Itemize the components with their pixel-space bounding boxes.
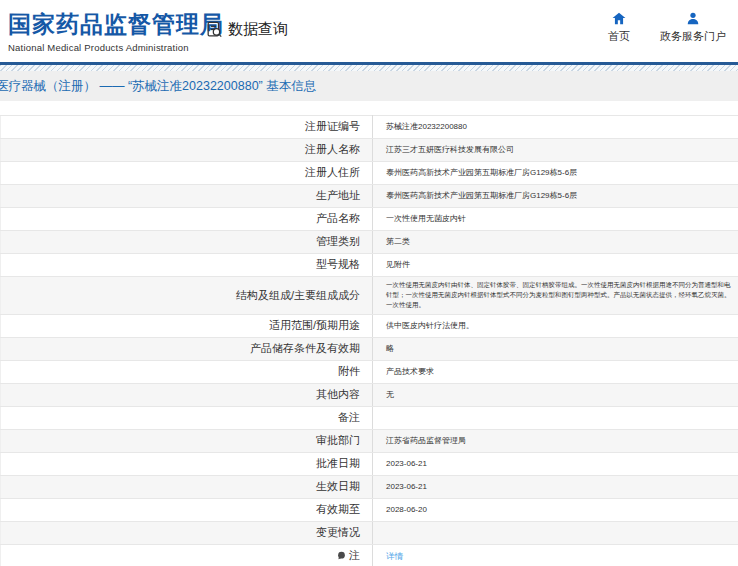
row-value: 产品技术要求 bbox=[373, 361, 738, 384]
table-row: 注册人住所 泰州医药高新技术产业园第五期标准厂房G129栋5-6层 bbox=[1, 162, 738, 185]
row-label: 注册证编号 bbox=[1, 116, 373, 139]
row-value: 江苏三才五妍医疗科技发展有限公司 bbox=[373, 139, 738, 162]
row-value bbox=[373, 522, 738, 545]
row-value: 泰州医药高新技术产业园第五期标准厂房G129栋5-6层 bbox=[373, 185, 738, 208]
table-row: 附件 产品技术要求 bbox=[1, 361, 738, 384]
row-label: 附件 bbox=[1, 361, 373, 384]
row-value bbox=[373, 407, 738, 430]
row-label: 产品储存条件及有效期 bbox=[1, 338, 373, 361]
row-label: 有效期至 bbox=[1, 499, 373, 522]
row-value: 泰州医药高新技术产业园第五期标准厂房G129栋5-6层 bbox=[373, 162, 738, 185]
table-row: 产品储存条件及有效期 略 bbox=[1, 338, 738, 361]
row-label: 结构及组成/主要组成成分 bbox=[1, 277, 373, 315]
table-row: 注册人名称 江苏三才五妍医疗科技发展有限公司 bbox=[1, 139, 738, 162]
row-value: 供中医皮内针疗法使用。 bbox=[373, 315, 738, 338]
row-value: 无 bbox=[373, 384, 738, 407]
registration-table: 注册证编号 苏械注准20232200880 注册人名称 江苏三才五妍医疗科技发展… bbox=[0, 115, 738, 566]
row-label: 变更情况 bbox=[1, 522, 373, 545]
row-value: 见附件 bbox=[373, 254, 738, 277]
table-row: 变更情况 bbox=[1, 522, 738, 545]
row-label: 注册人名称 bbox=[1, 139, 373, 162]
table-row: 结构及组成/主要组成成分 一次性使用无菌皮内针由针体、固定针体胶带、固定针柄胶带… bbox=[1, 277, 738, 315]
row-value: 一次性使用无菌皮内针由针体、固定针体胶带、固定针柄胶带组成。一次性使用无菌皮内针… bbox=[373, 277, 738, 315]
row-label: 注 bbox=[1, 545, 373, 566]
table-row: 其他内容 无 bbox=[1, 384, 738, 407]
site-header: 国家药品监督管理局 National Medical Products Admi… bbox=[0, 0, 738, 62]
note-label: 注 bbox=[349, 549, 360, 561]
table-row: 适用范围/预期用途 供中医皮内针疗法使用。 bbox=[1, 315, 738, 338]
row-label: 批准日期 bbox=[1, 453, 373, 476]
home-link[interactable]: 首页 bbox=[608, 12, 630, 44]
logo-subtitle: National Medical Products Administration bbox=[8, 42, 224, 53]
row-label: 注册人住所 bbox=[1, 162, 373, 185]
row-label: 产品名称 bbox=[1, 208, 373, 231]
row-value: 一次性使用无菌皮内针 bbox=[373, 208, 738, 231]
row-value: 2023-06-21 bbox=[373, 453, 738, 476]
row-label: 型号规格 bbox=[1, 254, 373, 277]
home-icon bbox=[612, 12, 626, 25]
row-value: 苏械注准20232200880 bbox=[373, 116, 738, 139]
row-label: 审批部门 bbox=[1, 430, 373, 453]
row-value: 第二类 bbox=[373, 231, 738, 254]
row-label: 管理类别 bbox=[1, 231, 373, 254]
table-row: 生产地址 泰州医药高新技术产业园第五期标准厂房G129栋5-6层 bbox=[1, 185, 738, 208]
header-links: 首页 政务服务门户 bbox=[608, 12, 726, 44]
row-value: 略 bbox=[373, 338, 738, 361]
table-row: 审批部门 江苏省药品监督管理局 bbox=[1, 430, 738, 453]
note-icon bbox=[337, 549, 346, 564]
detail-link[interactable]: 详情 bbox=[386, 551, 403, 561]
person-icon bbox=[686, 12, 700, 25]
gov-portal-link[interactable]: 政务服务门户 bbox=[660, 12, 726, 44]
row-label: 备注 bbox=[1, 407, 373, 430]
section-title-bar: 医疗器械（注册） —— “苏械注准20232200880” 基本信息 bbox=[0, 71, 738, 101]
nmpa-logo[interactable]: 国家药品监督管理局 National Medical Products Admi… bbox=[8, 9, 224, 53]
table-row: 管理类别 第二类 bbox=[1, 231, 738, 254]
page-title: 医疗器械（注册） —— “苏械注准20232200880” 基本信息 bbox=[0, 78, 316, 95]
document-search-icon bbox=[205, 20, 224, 39]
table-row: 生效日期 2023-06-21 bbox=[1, 476, 738, 499]
row-value: 详情 bbox=[373, 545, 738, 566]
page: 国家药品监督管理局 National Medical Products Admi… bbox=[0, 0, 738, 566]
table-row: 注册证编号 苏械注准20232200880 bbox=[1, 116, 738, 139]
row-label: 生效日期 bbox=[1, 476, 373, 499]
row-label: 生产地址 bbox=[1, 185, 373, 208]
table-row: 型号规格 见附件 bbox=[1, 254, 738, 277]
logo-title: 国家药品监督管理局 bbox=[8, 9, 224, 40]
data-query-label: 数据查询 bbox=[228, 20, 288, 39]
row-value: 江苏省药品监督管理局 bbox=[373, 430, 738, 453]
data-query-nav[interactable]: 数据查询 bbox=[205, 20, 288, 39]
table-row: 备注 bbox=[1, 407, 738, 430]
table-row: 批准日期 2023-06-21 bbox=[1, 453, 738, 476]
row-value: 2028-06-20 bbox=[373, 499, 738, 522]
row-label: 其他内容 bbox=[1, 384, 373, 407]
home-link-label: 首页 bbox=[608, 29, 630, 44]
table-row: 产品名称 一次性使用无菌皮内针 bbox=[1, 208, 738, 231]
row-label: 适用范围/预期用途 bbox=[1, 315, 373, 338]
table-row: 有效期至 2028-06-20 bbox=[1, 499, 738, 522]
row-value: 2023-06-21 bbox=[373, 476, 738, 499]
gov-portal-label: 政务服务门户 bbox=[660, 29, 726, 44]
table-row: 注 详情 bbox=[1, 545, 738, 566]
